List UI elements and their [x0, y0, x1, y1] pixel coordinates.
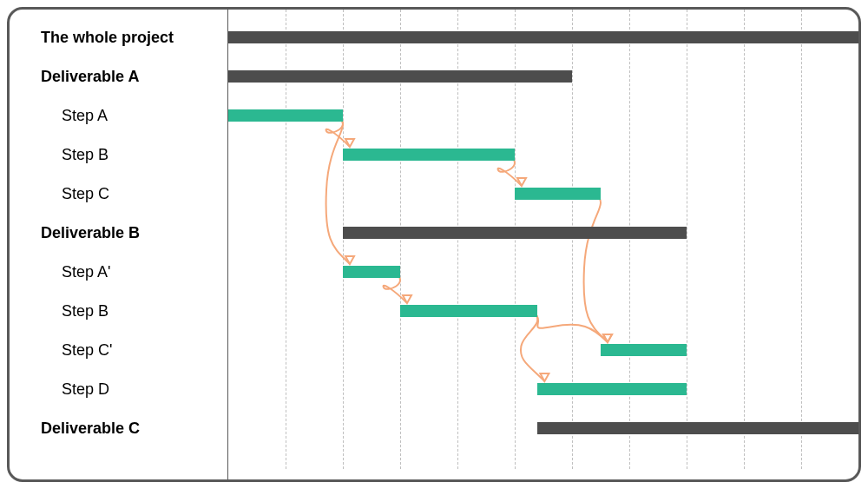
arrowhead-icon [603, 334, 612, 342]
summary-row-label: Deliverable B [41, 225, 140, 241]
task-bar [228, 109, 343, 122]
dependency-arrow [521, 311, 544, 381]
task-row-label: Step C' [62, 342, 112, 358]
gantt-chart-area [228, 10, 858, 479]
task-row-label: Step B [62, 303, 108, 319]
task-row-label: Step C [62, 186, 109, 202]
summary-bar [343, 227, 687, 239]
summary-row-label: Deliverable A [41, 69, 139, 84]
task-row-label: Step A' [62, 264, 110, 280]
grid-line [629, 10, 630, 469]
task-row-label: Step D [62, 381, 109, 397]
task-bar [515, 188, 601, 200]
arrowhead-icon [603, 334, 612, 342]
dependency-arrow [326, 116, 350, 264]
task-row-label: Step B [62, 147, 108, 162]
arrowhead-icon [345, 139, 354, 147]
arrowhead-icon [403, 295, 411, 303]
row-label-column: The whole projectDeliverable AStep AStep… [10, 10, 228, 479]
task-bar [537, 383, 687, 395]
task-row-label: Step A [62, 108, 108, 123]
summary-bar [228, 70, 572, 83]
grid-line [744, 10, 745, 469]
summary-row-label: The whole project [41, 30, 174, 45]
summary-bar [228, 31, 858, 43]
summary-bar [537, 422, 858, 434]
dependency-arrow [584, 194, 608, 342]
chart-frame: The whole projectDeliverable AStep AStep… [7, 7, 861, 482]
task-bar [343, 266, 400, 278]
grid-line [687, 10, 687, 469]
summary-row-label: Deliverable C [41, 420, 140, 436]
task-bar [601, 344, 687, 356]
arrowhead-icon [517, 178, 526, 186]
arrowhead-icon [540, 373, 549, 381]
arrowhead-icon [345, 256, 354, 264]
task-bar [400, 305, 537, 317]
grid-line [572, 10, 573, 469]
task-bar [343, 149, 515, 161]
dependency-arrow [532, 311, 608, 342]
grid-line [801, 10, 802, 469]
